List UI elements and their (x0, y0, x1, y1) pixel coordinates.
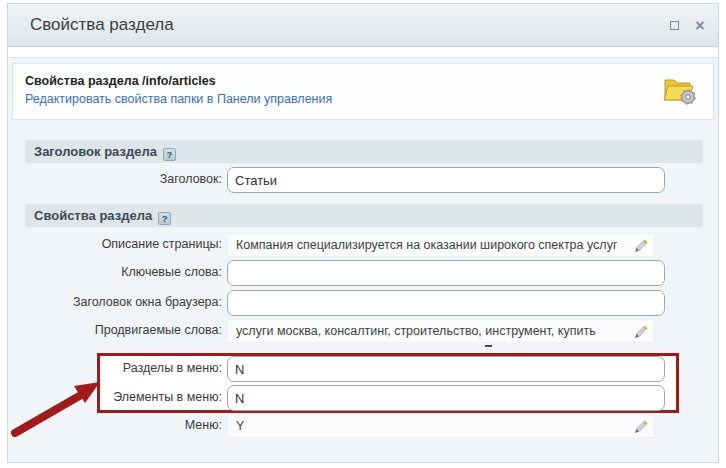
help-icon[interactable]: ? (163, 148, 176, 161)
maximize-button[interactable] (666, 18, 682, 34)
field-label-elements-in-menu: Элементы в меню: (8, 390, 222, 404)
maximize-icon (670, 21, 679, 30)
menu-value-box: Y (227, 414, 655, 438)
description-value-box: Компания специализируется на оказании ши… (227, 233, 655, 257)
dialog-titlebar[interactable]: Свойства раздела × (8, 4, 718, 47)
field-label-promoted-words: Продвигаемые слова: (8, 323, 222, 337)
field-label-keywords: Ключевые слова: (8, 265, 222, 279)
field-label-description: Описание страницы: (8, 237, 222, 251)
section-header-properties-text: Свойства раздела (34, 208, 152, 223)
menu-value: Y (236, 419, 244, 433)
dialog-title: Свойства раздела (30, 15, 174, 35)
edit-pencil-icon[interactable] (634, 238, 649, 257)
help-icon[interactable]: ? (158, 212, 171, 225)
screenshot-root: Свойства раздела × Свойства раздела /inf… (0, 0, 726, 468)
edit-in-control-panel-link[interactable]: Редактировать свойства папки в Панели уп… (25, 92, 332, 106)
edit-pencil-icon[interactable] (634, 324, 649, 343)
close-button[interactable]: × (692, 18, 708, 34)
folder-settings-icon[interactable] (661, 73, 699, 111)
keywords-input[interactable] (227, 260, 665, 286)
field-label-menu: Меню: (8, 418, 222, 432)
section-header-title-text: Заголовок раздела (34, 144, 157, 159)
field-label-title: Заголовок: (8, 172, 222, 186)
field-label-sections-in-menu: Разделы в меню: (8, 361, 222, 375)
dialog-body: Свойства раздела /info/articles Редактир… (8, 57, 718, 462)
properties-dialog: Свойства раздела × Свойства раздела /inf… (7, 3, 719, 463)
title-input[interactable] (227, 167, 665, 193)
field-label-browser-title: Заголовок окна браузера: (8, 295, 222, 309)
edit-pencil-icon[interactable] (634, 419, 649, 438)
section-path-title: Свойства раздела /info/articles (25, 74, 216, 88)
section-header-title: Заголовок раздела? (25, 140, 703, 163)
description-value: Компания специализируется на оказании ши… (236, 238, 617, 252)
section-header-properties: Свойства раздела? (25, 204, 703, 227)
section-path-header: Свойства раздела /info/articles Редактир… (12, 63, 714, 120)
browser-title-input[interactable] (227, 290, 665, 316)
promoted-words-value: услуги москва, консалтинг, строительство… (236, 324, 596, 338)
elements-in-menu-input[interactable] (227, 385, 665, 411)
sections-in-menu-input[interactable] (227, 356, 665, 382)
clipped-text-fragment (485, 345, 492, 347)
promoted-words-value-box: услуги москва, консалтинг, строительство… (227, 319, 655, 343)
